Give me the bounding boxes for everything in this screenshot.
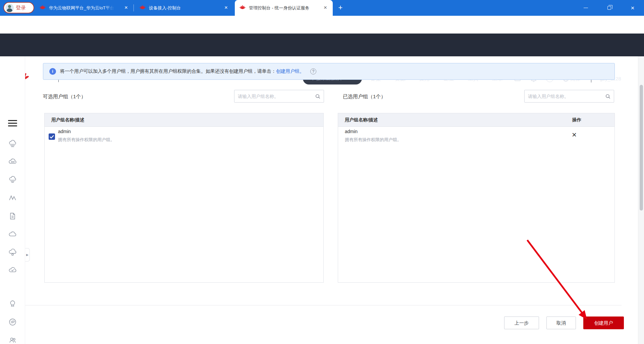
new-tab-button[interactable]: +	[335, 3, 345, 13]
minimize-icon	[584, 8, 588, 8]
cancel-button[interactable]: 取消	[546, 317, 576, 329]
sidebar-expand-handle[interactable]: ▶	[25, 248, 30, 262]
cloud-instance-icon[interactable]	[8, 248, 17, 256]
user-group-icon[interactable]	[8, 336, 17, 344]
banner-help-icon[interactable]: ?	[310, 68, 316, 74]
cloud-check-icon[interactable]	[8, 266, 17, 275]
info-banner: i 将一个用户可以加入多个用户组，用户拥有其所在用户组权限的合集。如果还没有创建…	[43, 63, 615, 80]
scrollbar-thumb[interactable]	[640, 85, 643, 211]
available-groups-searchbox	[234, 90, 324, 103]
selected-groups-title: 已选用户组（1个）	[343, 94, 386, 100]
tab-iam-console-active[interactable]: 管理控制台 - 统一身份认证服务 ×	[235, 0, 333, 16]
tab-title: 华为云物联网平台_华为云IoT平台	[49, 5, 114, 11]
name-column-header: 用户组名称/描述	[51, 113, 84, 127]
available-groups-table: 用户组名称/描述 admin 拥有所有操作权限的用户组。	[44, 113, 324, 283]
create-user-group-link[interactable]: 创建用户组。	[276, 68, 304, 74]
group-name: admin	[345, 129, 358, 134]
console-header: 华为云 控制台 搜索云服务、 备案 资源 费用 企业 工具 工单 ? NEW 简…	[0, 34, 644, 56]
menu-hamburger-icon[interactable]	[8, 120, 17, 126]
selected-groups-search-input[interactable]	[525, 90, 614, 102]
screen: 登录 华为云物联网平台_华为云IoT平台 ×	[0, 0, 644, 344]
remove-group-icon[interactable]: ×	[572, 131, 577, 139]
tab-close-icon[interactable]: ×	[322, 5, 329, 11]
table-header: 用户组名称/描述 操作	[338, 113, 614, 127]
cloud-server-icon[interactable]	[8, 139, 17, 148]
create-user-button[interactable]: 创建用户	[583, 317, 624, 329]
group-name: admin	[58, 129, 71, 134]
balloon-icon[interactable]	[8, 300, 17, 308]
tab-divider	[133, 4, 134, 11]
profile-avatar	[5, 4, 14, 12]
available-groups-title: 可选用户组（1个）	[43, 94, 86, 100]
browser-tab-bar: 登录 华为云物联网平台_华为云IoT平台 ×	[0, 0, 644, 16]
document-icon[interactable]	[8, 212, 17, 220]
tab-close-icon[interactable]: ×	[123, 5, 129, 11]
restore-icon	[607, 6, 611, 10]
tab-title: 管理控制台 - 统一身份认证服务	[249, 5, 310, 11]
cloud-ellipsis-icon[interactable]	[8, 158, 17, 166]
group-description: 拥有所有操作权限的用户组。	[345, 137, 401, 143]
scrollbar-track[interactable]	[638, 56, 644, 344]
tab-iot-platform[interactable]: 华为云物联网平台_华为云IoT平台 ×	[35, 0, 133, 16]
ip-address-icon[interactable]	[8, 318, 17, 326]
cloud-icon[interactable]	[8, 230, 17, 238]
huawei-favicon	[239, 5, 246, 11]
selected-groups-searchbox	[524, 90, 614, 103]
service-sidebar: ▶	[0, 56, 25, 344]
search-icon[interactable]	[605, 94, 611, 99]
info-icon: i	[49, 68, 56, 75]
workspace-label: 登录	[16, 5, 26, 11]
minimize-button[interactable]	[578, 0, 593, 16]
huawei-favicon	[40, 5, 46, 11]
group-description: 拥有所有操作权限的用户组。	[58, 137, 115, 143]
action-column-header: 操作	[572, 113, 581, 127]
workspace-pill[interactable]: 登录	[3, 2, 34, 13]
selected-groups-table: 用户组名称/描述 操作 admin 拥有所有操作权限的用户组。 ×	[338, 113, 615, 283]
cloud-stack-icon[interactable]	[8, 176, 17, 184]
available-groups-search-input[interactable]	[234, 90, 324, 102]
waveform-icon[interactable]	[8, 194, 17, 202]
name-column-header: 用户组名称/描述	[345, 113, 378, 127]
footer-divider	[25, 305, 622, 305]
tab-close-icon[interactable]: ×	[223, 5, 229, 11]
search-icon[interactable]	[315, 94, 321, 99]
tab-title: 设备接入-控制台	[149, 5, 181, 11]
previous-step-button[interactable]: 上一步	[504, 317, 539, 329]
tab-device-access[interactable]: 设备接入-控制台 ×	[135, 0, 233, 16]
huawei-favicon	[140, 5, 146, 11]
close-button[interactable]: ×	[625, 0, 640, 16]
banner-text: 将一个用户可以加入多个用户组，用户拥有其所在用户组权限的合集。如果还没有创建用户…	[60, 68, 276, 74]
row-checkbox-checked[interactable]	[49, 133, 55, 140]
restore-button[interactable]	[601, 0, 617, 16]
browser-toolbar: https://console.huaweicloud.com/iam/?age…	[0, 16, 644, 34]
table-header: 用户组名称/描述	[45, 113, 323, 127]
